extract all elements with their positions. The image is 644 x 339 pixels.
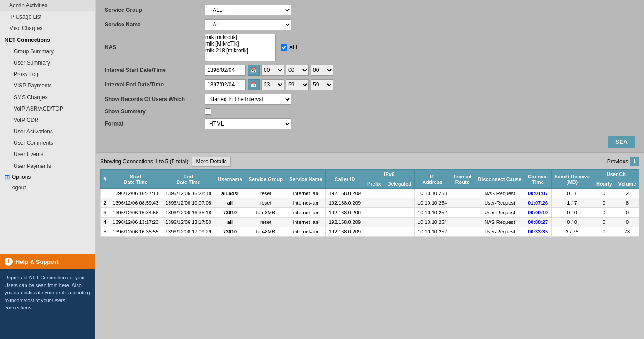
sidebar-item-proxy-log[interactable]: Proxy Log: [0, 69, 95, 80]
sidebar-item-logout[interactable]: Logout: [0, 182, 95, 193]
sidebar-item-user-events[interactable]: User Events: [0, 149, 95, 160]
col-ipv6: IPv6: [364, 170, 414, 179]
cell-hourly: 0: [593, 218, 615, 227]
cell-ipv6-delegated: [384, 198, 414, 208]
show-summary-checkbox[interactable]: [205, 108, 211, 115]
interval-start-date-input[interactable]: [205, 65, 246, 76]
prev-label: Previous: [607, 158, 629, 165]
results-header-left: Showing Connections 1 to 5 (5 total) Mor…: [100, 157, 231, 167]
search-button[interactable]: SEA: [608, 136, 635, 148]
service-name-control: --ALL--: [205, 19, 291, 30]
more-details-button[interactable]: More Details: [192, 157, 230, 167]
cell-service-name: internet-lan: [286, 227, 325, 237]
help-content: Reports of NET Connections of your Users…: [0, 269, 95, 339]
format-select[interactable]: HTML: [205, 118, 291, 129]
cell-ip-address: 10.10.10.252: [414, 227, 450, 237]
cell-num: 1: [101, 189, 109, 198]
nas-all-checkbox[interactable]: [281, 44, 287, 51]
cell-volume: 8: [615, 198, 639, 208]
pagination: Previous 1: [607, 157, 639, 166]
cell-framed-route: [450, 189, 475, 198]
cell-volume: 2: [615, 189, 639, 198]
sidebar-item-ip-usage-list[interactable]: IP Usage List: [0, 11, 95, 23]
cell-framed-route: [450, 208, 475, 218]
sidebar-item-net-connections[interactable]: NET Connections: [0, 35, 95, 46]
cell-ip-address: 10.10.10.253: [414, 189, 450, 198]
sidebar-item-group-summary[interactable]: Group Summary: [0, 46, 95, 57]
sidebar-item-user-activations[interactable]: User Activations: [0, 126, 95, 137]
interval-start-second-select[interactable]: 00: [311, 65, 333, 76]
cell-end-dt: 1396/12/06 10:07:08: [162, 198, 215, 208]
service-name-row: Service Name --ALL--: [105, 19, 635, 30]
cell-num: 3: [101, 208, 109, 218]
cell-connect-time: 00:01:07: [525, 189, 551, 198]
interval-start-minute-select[interactable]: 00: [286, 65, 309, 76]
sidebar-item-admin-activities[interactable]: Admin Activities: [0, 0, 95, 11]
cell-ipv6-prefix: [364, 198, 384, 208]
service-group-select[interactable]: --ALL--: [205, 5, 291, 15]
format-row: Format HTML: [105, 118, 635, 129]
cell-ipv6-delegated: [384, 218, 414, 227]
col-send-receive: Send / Receive(MB): [551, 170, 593, 189]
cell-ip-address: 10.10.10.254: [414, 218, 450, 227]
col-volume: Volume: [615, 179, 639, 189]
interval-end-hour-select[interactable]: 23: [261, 79, 284, 90]
cell-send-receive: 1 / 7: [551, 198, 593, 208]
col-ipv6-prefix: Prefix: [364, 179, 384, 189]
cell-disconnect-cause: User-Request: [475, 198, 525, 208]
cell-service-group: reset: [245, 189, 286, 198]
cell-ipv6-prefix: [364, 189, 384, 198]
interval-start-calendar-button[interactable]: 📅: [248, 65, 260, 76]
nas-control: mik [mikrotik] mik [MikroTik] mik-218 [m…: [205, 34, 299, 61]
sidebar-item-voip-asr[interactable]: VoIP ASR/ACD/TOP: [0, 103, 95, 115]
interval-end-row: Interval End Date/Time 📅 23 59 59: [105, 79, 635, 90]
interval-end-minute-select[interactable]: 59: [286, 79, 309, 90]
cell-framed-route: [450, 227, 475, 237]
sidebar-item-visp-payments[interactable]: VISP Payments: [0, 80, 95, 91]
show-records-label: Show Records Of Users Which: [105, 96, 205, 102]
cell-end-dt: 1396/12/06 16:28:18: [162, 189, 215, 198]
cell-caller-id: 192.168.0.209: [326, 227, 364, 237]
col-service-group: Service Group: [245, 170, 286, 189]
sidebar-item-options[interactable]: ⊞ Options: [0, 172, 95, 182]
show-records-select[interactable]: Started In The Interval: [205, 94, 291, 105]
show-summary-row: Show Summary: [105, 108, 635, 115]
page-number[interactable]: 1: [630, 157, 639, 166]
col-end-dt: EndDate Time: [162, 170, 215, 189]
sidebar-item-misc-charges[interactable]: Misc Charges: [0, 23, 95, 34]
interval-end-calendar-button[interactable]: 📅: [248, 79, 260, 90]
info-icon: i: [5, 258, 13, 266]
table-row: 2 1396/12/06 08:59:43 1396/12/06 10:07:0…: [101, 198, 639, 208]
col-disconnect-cause: Disconnect Cause: [475, 170, 525, 189]
sidebar-item-user-comments[interactable]: User Comments: [0, 137, 95, 149]
cell-send-receive: 0 / 1: [551, 189, 593, 198]
service-name-label: Service Name: [105, 21, 205, 28]
cell-ipv6-delegated: [384, 227, 414, 237]
search-button-row: SEA: [105, 133, 635, 137]
show-records-row: Show Records Of Users Which Started In T…: [105, 94, 635, 105]
service-name-select[interactable]: --ALL--: [205, 19, 291, 30]
interval-end-second-select[interactable]: 59: [311, 79, 333, 90]
interval-start-row: Interval Start Date/Time 📅 00 00 00: [105, 65, 635, 76]
sidebar-item-user-payments[interactable]: User Payments: [0, 161, 95, 172]
cell-end-dt: 1396/12/06 17:09:29: [162, 227, 215, 237]
cell-username: ali: [215, 218, 245, 227]
show-summary-label: Show Summary: [105, 108, 205, 115]
col-username: Username: [215, 170, 245, 189]
help-panel[interactable]: i Help & Support: [0, 254, 95, 269]
cell-service-name: internet-lan: [286, 218, 325, 227]
nas-listbox[interactable]: mik [mikrotik] mik [MikroTik] mik-218 [m…: [205, 34, 276, 61]
interval-start-hour-select[interactable]: 00: [261, 65, 284, 76]
sidebar-item-voip-cdr[interactable]: VoIP CDR: [0, 115, 95, 126]
cell-service-name: internet-lan: [286, 208, 325, 218]
format-label: Format: [105, 121, 205, 127]
cell-username: 73010: [215, 208, 245, 218]
table-row: 3 1396/12/06 16:34:58 1396/12/06 16:35:1…: [101, 208, 639, 218]
interval-end-date-input[interactable]: [205, 79, 246, 90]
sidebar-item-user-summary[interactable]: User Summary: [0, 57, 95, 69]
cell-volume: 0: [615, 208, 639, 218]
service-group-row: Service Group --ALL--: [105, 5, 635, 15]
nas-all-checkbox-group: ALL: [281, 44, 299, 51]
sidebar-item-sms-charges[interactable]: SMS Charges: [0, 92, 95, 103]
cell-volume: 78: [615, 227, 639, 237]
